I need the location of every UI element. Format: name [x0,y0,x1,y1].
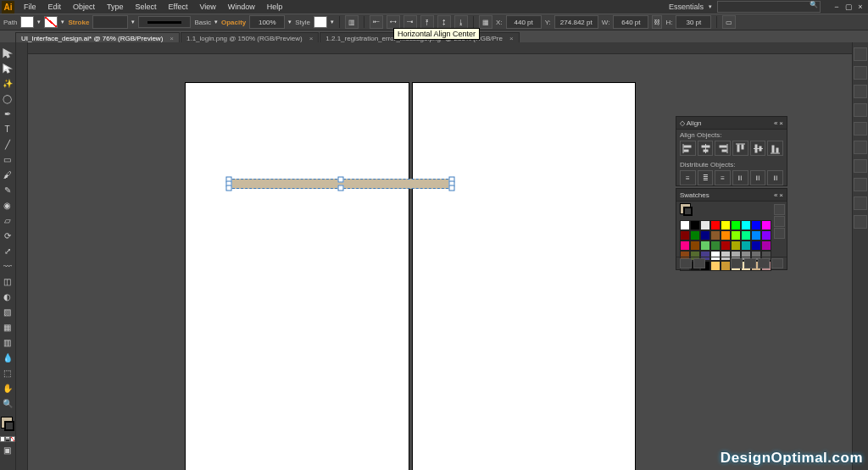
dock-transparency-icon[interactable] [854,178,867,191]
align-bottom-icon[interactable]: ⭳ [454,15,468,29]
fill-stroke-mini[interactable] [680,203,693,217]
fill-swatch[interactable] [20,16,34,28]
dock-swatches-icon[interactable] [854,85,867,98]
dist-hcenter-button[interactable]: ⫼ [750,170,766,185]
tool-line[interactable]: ╱ [0,137,14,152]
swatch-cell[interactable] [700,220,710,230]
tool-shape-builder[interactable]: ◐ [0,290,14,304]
swatch-cell[interactable] [690,220,700,230]
align-vcenter-button[interactable] [750,141,766,156]
ruler-vertical[interactable] [16,42,28,470]
swatch-cell[interactable] [710,220,721,230]
brush-basic[interactable]: Basic [194,19,211,26]
close-icon[interactable]: × [309,35,314,42]
menu-file[interactable]: File [19,2,41,12]
x-input[interactable] [506,15,542,29]
y-input[interactable] [554,15,598,29]
collapse-icon[interactable]: « [774,119,777,127]
selected-rectangle[interactable] [228,179,453,189]
menu-select[interactable]: Select [131,2,161,12]
menu-edit[interactable]: Edit [44,2,66,12]
align-bottom-button[interactable] [767,141,783,156]
chevron-down-icon[interactable]: ▾ [288,19,292,25]
menu-help[interactable]: Help [263,2,287,12]
stroke-profile[interactable] [138,16,191,28]
dock-brushes-icon[interactable] [854,103,867,117]
tool-pen[interactable]: ✒ [0,107,14,121]
align-top-button[interactable] [732,141,748,156]
swatch-thumb-view-icon[interactable] [774,216,785,227]
stroke-label[interactable]: Stroke [68,19,89,26]
chevron-down-icon[interactable]: ▾ [131,19,135,25]
tool-paintbrush[interactable]: 🖌 [0,168,14,182]
link-wh-icon[interactable]: ⛓ [652,15,662,29]
tool-width[interactable]: 〰 [0,259,14,274]
swatch-cell[interactable] [721,220,731,230]
chevron-down-icon[interactable]: ▾ [214,19,218,25]
opacity-input[interactable] [249,15,285,29]
workspace-label[interactable]: Essentials [669,3,704,11]
tool-mesh[interactable]: ▦ [0,320,14,335]
tool-rectangle[interactable]: ▭ [0,152,14,167]
menu-type[interactable]: Type [103,2,128,12]
swatch-cell[interactable] [751,220,761,230]
tool-blob-brush[interactable]: ◉ [0,198,14,213]
dist-vcenter-button[interactable]: ≣ [698,170,714,185]
tool-type[interactable]: T [0,122,14,136]
none-mode-icon[interactable] [10,436,15,442]
tool-scale[interactable]: ⤢ [0,244,14,258]
dock-appearance-icon[interactable] [854,196,867,210]
new-color-group-button[interactable] [744,258,756,268]
tool-magic-wand[interactable]: ✨ [0,76,14,91]
align-left-icon[interactable]: ⭰ [370,15,383,29]
chevron-down-icon[interactable]: ▾ [709,3,712,10]
tool-gradient[interactable]: ▥ [0,335,14,350]
window-minimize-button[interactable]: − [831,2,843,12]
swatch-cell[interactable] [751,241,761,251]
tool-free-transform[interactable]: ◫ [0,274,14,289]
swatch-cell[interactable] [741,230,751,241]
transform-anchor-icon[interactable]: ▦ [479,15,492,29]
dist-right-button[interactable]: ⫼ [767,170,783,185]
menu-window[interactable]: Window [224,2,259,12]
close-icon[interactable]: × [779,119,783,127]
swatch-cell[interactable] [761,220,771,230]
swatch-cell[interactable] [690,241,700,251]
dock-layers-icon[interactable] [854,215,867,229]
dist-bottom-button[interactable]: ≡ [715,170,731,185]
dock-stroke-icon[interactable] [854,141,867,154]
swatch-options-icon[interactable] [774,228,785,239]
close-icon[interactable]: × [779,191,783,199]
new-swatch-button[interactable] [758,258,770,268]
shape-options-icon[interactable]: ▭ [722,15,736,29]
swatch-cell[interactable] [731,230,741,241]
stroke-weight-input[interactable] [92,15,128,29]
opacity-label[interactable]: Opacity [221,19,246,26]
align-top-icon[interactable]: ⭱ [420,15,434,29]
swatch-list-view-icon[interactable] [774,204,785,215]
tool-eraser[interactable]: ▱ [0,213,14,228]
swatch-cell[interactable] [741,220,751,230]
menu-view[interactable]: View [195,2,220,12]
canvas[interactable]: ◇ Align «× Align Objects: Distribute Obj… [16,42,868,470]
align-right-icon[interactable]: ⭲ [403,15,417,29]
swatch-cell[interactable] [751,230,761,241]
panel-header[interactable]: Swatches «× [676,189,787,202]
close-icon[interactable]: × [509,35,514,42]
align-hcenter-icon[interactable]: ⭤ [387,15,400,29]
tool-perspective[interactable]: ▧ [0,305,14,319]
tool-blend[interactable]: ⬚ [0,366,14,380]
window-maximize-button[interactable]: ▢ [843,2,854,12]
swatch-cell[interactable] [710,241,721,251]
delete-swatch-button[interactable] [771,258,783,268]
dock-color-icon[interactable] [854,47,867,61]
swatch-cell[interactable] [700,241,710,251]
swatch-cell[interactable] [690,230,700,241]
align-right-button[interactable] [715,141,731,156]
fill-stroke-indicator[interactable] [0,417,14,434]
swatch-cell[interactable] [680,241,690,251]
swatch-cell[interactable] [680,230,690,241]
align-hcenter-button[interactable] [698,141,714,156]
swatch-cell[interactable] [741,241,751,251]
search-input[interactable] [717,1,821,13]
